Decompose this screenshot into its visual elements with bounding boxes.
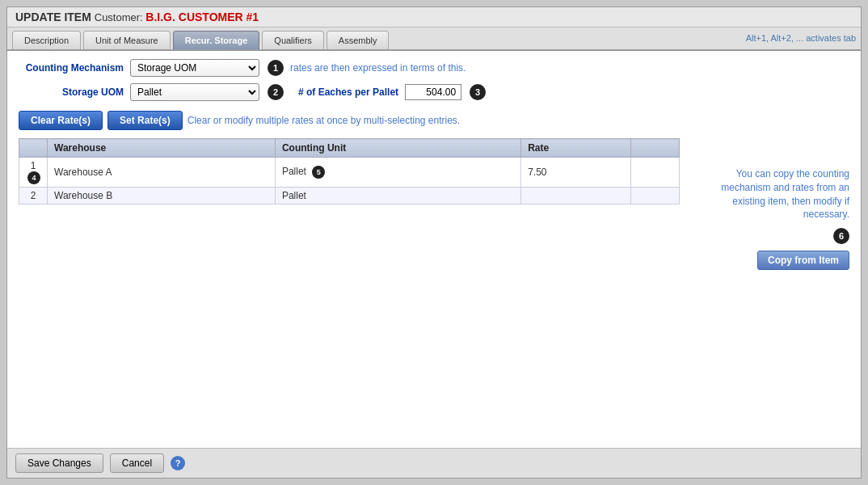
left-section: Warehouse Counting Unit Rate 1 4: [19, 135, 680, 440]
row-1-warehouse: Warehouse A: [48, 158, 276, 188]
storage-uom-select[interactable]: Pallet: [130, 83, 259, 101]
help-icon[interactable]: ?: [171, 456, 185, 470]
table-row: 2 Warehouse B Pallet: [19, 188, 680, 205]
col-warehouse: Warehouse: [48, 139, 276, 158]
multi-select-hint: Clear or modify multiple rates at once b…: [188, 115, 460, 126]
counting-mechanism-row: Counting Mechanism Storage UOM 1 rates a…: [19, 59, 849, 77]
callout-4: 4: [27, 171, 40, 184]
tab-unit-of-measure[interactable]: Unit of Measure: [83, 31, 171, 49]
counting-mechanism-hint: rates are then expressed in terms of thi…: [290, 62, 466, 74]
tabs-row: Description Unit of Measure Recur. Stora…: [7, 27, 861, 51]
storage-uom-label: Storage UOM: [19, 86, 124, 98]
tab-recur-storage[interactable]: Recur. Storage: [173, 31, 260, 49]
callout-5: 5: [312, 166, 325, 179]
tab-hint: Alt+1, Alt+2, ... activates tab: [746, 33, 856, 48]
callout-3: 3: [470, 84, 486, 100]
col-num: [19, 139, 48, 158]
buttons-row: Clear Rate(s) Set Rate(s) Clear or modif…: [19, 111, 849, 130]
footer-bar: Save Changes Cancel ?: [7, 448, 861, 478]
callout-1: 1: [268, 60, 284, 76]
storage-uom-row: Storage UOM Pallet 2 # of Eaches per Pal…: [19, 83, 849, 101]
row-2-warehouse: Warehouse B: [48, 188, 276, 205]
page-header: Update Item Customer: B.I.G. Customer #1: [7, 7, 861, 27]
right-panel: You can copy the counting mechanism and …: [688, 135, 849, 440]
row-2-counting-unit: Pallet: [275, 188, 520, 205]
row-2-rate: [521, 188, 631, 205]
cancel-button[interactable]: Cancel: [110, 453, 164, 473]
page-title-prefix: Update Item: [15, 11, 91, 23]
clear-rates-button[interactable]: Clear Rate(s): [19, 111, 103, 130]
row-2-num: 2: [19, 188, 48, 205]
row-2-extra: [631, 188, 680, 205]
copy-from-item-button[interactable]: Copy from Item: [757, 251, 849, 270]
eaches-input[interactable]: [405, 84, 461, 100]
row-1-num: 1 4: [19, 158, 48, 188]
row-1-rate: 7.50: [521, 158, 631, 188]
counting-mechanism-label: Counting Mechanism: [19, 62, 124, 74]
callout-2: 2: [268, 84, 284, 100]
col-extra: [631, 139, 680, 158]
callout-6: 6: [833, 228, 849, 244]
tab-description[interactable]: Description: [12, 31, 81, 49]
customer-label: Customer:: [95, 11, 146, 23]
tab-assembly[interactable]: Assembly: [327, 31, 390, 49]
counting-mechanism-select[interactable]: Storage UOM: [130, 59, 259, 77]
tab-qualifiers[interactable]: Qualifiers: [262, 31, 323, 49]
eaches-label: # of Eaches per Pallet: [298, 86, 398, 98]
table-row: 1 4 Warehouse A Pallet 5 7.50: [19, 158, 680, 188]
col-counting-unit: Counting Unit: [275, 139, 520, 158]
row-1-extra: [631, 158, 680, 188]
content-area: Counting Mechanism Storage UOM 1 rates a…: [7, 51, 861, 448]
copy-hint: You can copy the counting mechanism and …: [688, 167, 849, 221]
customer-name: B.I.G. Customer #1: [145, 11, 259, 23]
row-1-counting-unit: Pallet 5: [275, 158, 520, 188]
set-rates-button[interactable]: Set Rate(s): [107, 111, 183, 130]
save-changes-button[interactable]: Save Changes: [15, 453, 103, 473]
col-rate: Rate: [521, 139, 631, 158]
rates-table: Warehouse Counting Unit Rate 1 4: [19, 138, 680, 205]
main-content-row: Warehouse Counting Unit Rate 1 4: [19, 135, 849, 440]
